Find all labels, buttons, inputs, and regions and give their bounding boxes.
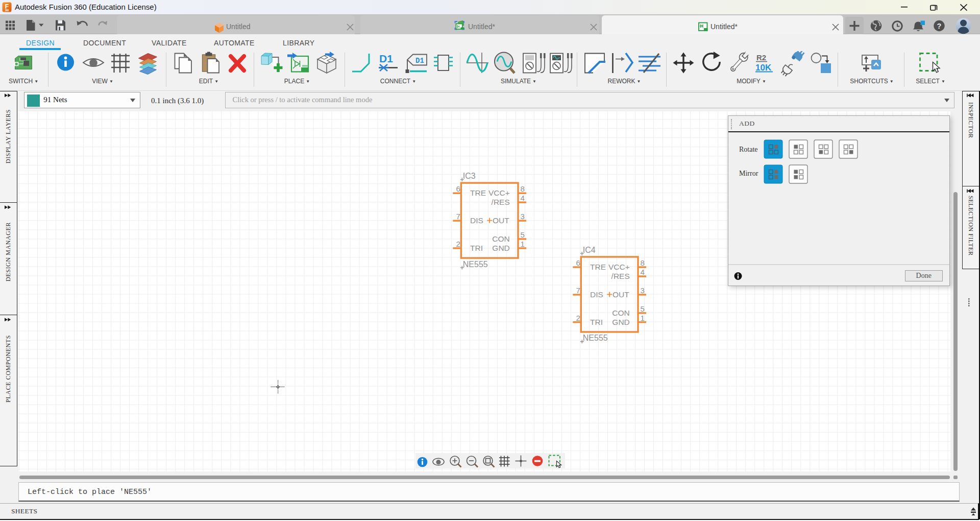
svg-text:NE555: NE555 bbox=[583, 334, 608, 342]
svg-text:TRE: TRE bbox=[590, 263, 606, 271]
svg-text:5: 5 bbox=[641, 304, 645, 313]
svg-text:6: 6 bbox=[576, 258, 580, 267]
svg-text:/RES: /RES bbox=[492, 198, 510, 206]
svg-text:3: 3 bbox=[641, 286, 645, 295]
svg-text:1: 1 bbox=[521, 240, 525, 248]
svg-text:2: 2 bbox=[576, 314, 580, 322]
svg-text:8: 8 bbox=[641, 258, 645, 267]
svg-text:DIS: DIS bbox=[590, 290, 603, 299]
svg-text:4: 4 bbox=[521, 194, 525, 202]
svg-text:GND: GND bbox=[612, 318, 629, 326]
svg-text:5: 5 bbox=[521, 230, 525, 239]
svg-text:IC4: IC4 bbox=[583, 246, 596, 254]
svg-text:OUT: OUT bbox=[612, 290, 629, 299]
svg-text:IC3: IC3 bbox=[463, 172, 476, 180]
svg-text:CON: CON bbox=[492, 234, 509, 243]
svg-text:TRI: TRI bbox=[590, 318, 603, 326]
svg-text:OUT: OUT bbox=[493, 216, 509, 225]
svg-text:1: 1 bbox=[641, 314, 645, 322]
svg-text:2: 2 bbox=[456, 240, 460, 248]
svg-text:TRE: TRE bbox=[470, 188, 486, 197]
svg-text:VCC+: VCC+ bbox=[608, 263, 630, 271]
svg-text:4: 4 bbox=[641, 268, 645, 276]
svg-text:/RES: /RES bbox=[611, 272, 630, 280]
svg-text:7: 7 bbox=[576, 286, 580, 295]
svg-text:DIS: DIS bbox=[470, 216, 483, 225]
svg-text:7: 7 bbox=[456, 212, 460, 221]
svg-text:CON: CON bbox=[612, 309, 629, 317]
svg-text:GND: GND bbox=[492, 244, 509, 252]
svg-text:VCC+: VCC+ bbox=[488, 188, 510, 197]
svg-text:TRI: TRI bbox=[470, 244, 483, 252]
svg-text:NE555: NE555 bbox=[463, 260, 488, 269]
svg-text:3: 3 bbox=[521, 212, 525, 221]
svg-text:6: 6 bbox=[456, 184, 460, 193]
svg-text:8: 8 bbox=[521, 184, 525, 193]
